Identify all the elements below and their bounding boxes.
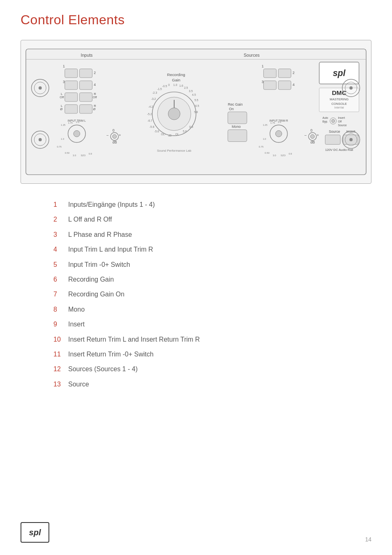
footer-logo: spl [21,522,49,543]
svg-point-6 [39,86,42,90]
svg-text:Mono: Mono [232,125,241,129]
legend-num-11: 11 [53,350,68,359]
legend-text-5: Input Trim -0+ Switch [68,260,130,269]
svg-text:0: 0 [168,83,170,86]
svg-text:3.5: 3.5 [189,90,193,92]
svg-text:1.25: 1.25 [61,124,65,126]
legend-num-2: 2 [53,215,68,224]
diagram-svg: Inputs Sources 1 2 3 4 L Off [25,44,367,179]
legend-text-4: Input Trim L and Input Trim R [68,245,153,254]
legend-num-4: 4 [53,245,68,254]
svg-text:6.5: 6.5 [195,104,199,107]
svg-text:Off: Off [92,95,97,99]
svg-text:OL-: OL- [161,133,166,136]
svg-point-45 [113,134,117,139]
legend-text-2: L Off and R Off [68,215,112,224]
legend-num-5: 5 [53,260,68,269]
legend-text-9: Insert [68,320,85,329]
device-diagram: Inputs Sources 1 2 3 4 L Off [21,40,371,184]
svg-text:Auto: Auto [323,116,328,119]
footer: spl 14 [21,522,371,543]
legend-num-8: 8 [53,305,68,314]
svg-rect-87 [263,81,276,90]
svg-rect-79 [228,112,247,124]
legend-item-7: 7 Recording Gain On [53,290,371,299]
legend-num-6: 6 [53,275,68,284]
legend-text-7: Recording Gain On [68,290,125,299]
svg-text:–: – [304,133,307,137]
svg-text:dB: dB [311,140,315,144]
legend-text-3: L Phase and R Phase [68,230,132,239]
svg-text:0.50: 0.50 [265,152,269,154]
svg-text:Byp.: Byp. [323,120,328,123]
svg-text:0.75: 0.75 [259,146,263,148]
svg-text:Off: Off [338,120,341,123]
svg-text:1: 1 [63,64,65,68]
svg-point-75 [168,108,180,120]
svg-text:–: – [106,133,108,137]
svg-text:5.6: 5.6 [183,130,187,133]
svg-rect-15 [65,81,78,90]
legend-text-10: Insert Return Trim L and Insert Return T… [68,335,200,344]
svg-text:-4.2: -4.2 [148,105,153,108]
svg-text:1: 1 [262,64,264,68]
svg-text:1.0: 1.0 [263,138,266,140]
svg-point-105 [311,134,315,139]
legend-num-3: 3 [53,230,68,239]
svg-text:3: 3 [262,80,264,84]
svg-text:Off: Off [60,95,64,99]
svg-text:+: + [119,133,121,137]
svg-text:Insert: Insert [338,116,345,119]
svg-text:1.0: 1.0 [61,138,64,140]
svg-text:DMC: DMC [332,89,346,96]
svg-text:SZO: SZO [281,154,286,157]
svg-text:5.5: 5.5 [194,99,198,102]
svg-text:spl: spl [333,68,346,78]
svg-rect-11 [65,69,78,78]
legend-item-2: 2 L Off and R Off [53,215,371,224]
svg-text:1.75: 1.75 [270,122,275,124]
svg-text:Inputs: Inputs [81,53,92,58]
svg-text:2.5: 2.5 [184,86,188,89]
svg-text:1.6: 1.6 [179,84,183,87]
svg-text:2: 2 [293,71,295,75]
svg-text:0.9: 0.9 [288,153,292,155]
svg-rect-81 [228,130,247,142]
svg-text:4.5: 4.5 [192,93,196,96]
svg-point-130 [349,86,353,90]
svg-rect-124 [325,135,340,144]
legend-list: 1 Inputs/Eingänge (Inputs 1 - 4) 2 L Off… [53,200,371,389]
legend-item-12: 12 Sources (Sources 1 - 4) [53,365,371,374]
legend-text-6: Recording Gain [68,275,114,284]
svg-text:On: On [229,107,234,111]
svg-text:4: 4 [94,83,96,87]
footer-logo-text: spl [29,528,41,537]
svg-text:3: 3 [63,80,65,84]
svg-text:Sources: Sources [244,53,260,58]
legend-num-9: 9 [53,320,68,329]
svg-point-35 [74,130,80,136]
svg-rect-26 [65,105,78,113]
svg-text:dB: dB [113,140,117,144]
svg-text:2: 2 [94,71,96,75]
legend-item-13: 13 Source [53,380,371,389]
svg-rect-20 [65,93,78,102]
svg-rect-16 [80,81,92,90]
svg-rect-27 [80,105,92,113]
legend-item-10: 10 Insert Return Trim L and Insert Retur… [53,335,371,344]
legend-num-7: 7 [53,290,68,299]
page: Control Elements Inputs Sources 1 2 [0,0,392,555]
legend-num-13: 13 [53,380,68,389]
svg-text:0: 0 [311,128,313,132]
page-number: 14 [365,536,371,543]
legend-text-12: Sources (Sources 1 - 4) [68,365,138,374]
svg-text:4: 4 [293,83,295,87]
svg-rect-21 [80,93,92,102]
svg-text:2.0: 2.0 [76,121,79,123]
svg-text:3.0: 3.0 [73,154,76,157]
svg-text:Ø: Ø [60,107,62,111]
legend-num-10: 10 [53,335,68,344]
svg-text:-6.7: -6.7 [148,119,152,122]
legend-item-3: 3 L Phase and R Phase [53,230,371,239]
legend-item-4: 4 Input Trim L and Input Trim R [53,245,371,254]
